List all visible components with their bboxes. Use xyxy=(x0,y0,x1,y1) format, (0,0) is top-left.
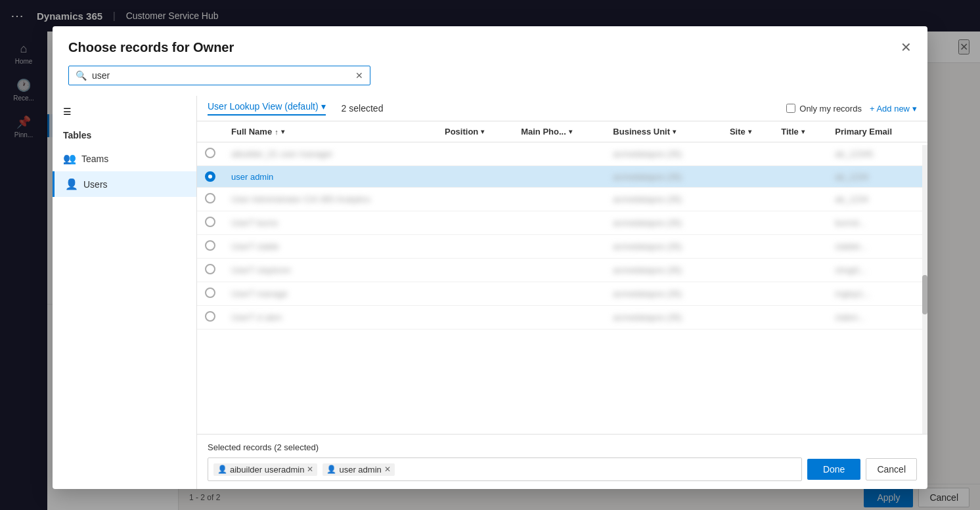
th-site[interactable]: Site ▾ xyxy=(722,121,773,142)
row-title xyxy=(773,188,827,211)
tag-user2-icon: 👤 xyxy=(326,465,336,474)
only-my-records-checkbox[interactable] xyxy=(786,104,795,113)
search-input-wrap: 🔍 ✕ xyxy=(68,66,370,85)
row-checkbox-cell[interactable] xyxy=(197,211,223,235)
tags-input-area: 👤 aibuilder useradmin ✕ 👤 user admin ✕ xyxy=(208,457,802,481)
row-position xyxy=(437,188,513,211)
remove-tag-aibuilder-button[interactable]: ✕ xyxy=(307,465,313,474)
tables-item-teams[interactable]: 👥 Teams xyxy=(53,146,196,171)
row-radio-button[interactable] xyxy=(205,311,215,322)
row-position xyxy=(437,306,513,329)
row-site xyxy=(722,306,773,329)
row-radio-button[interactable] xyxy=(205,287,215,298)
row-checkbox-cell[interactable] xyxy=(197,282,223,306)
row-site xyxy=(722,259,773,282)
row-checkbox-cell[interactable] xyxy=(197,306,223,329)
row-phone xyxy=(513,166,605,188)
table-row[interactable]: aibuilder_01 user manager acmedatapos (3… xyxy=(197,142,927,166)
records-panel: User Lookup View (default) ▾ 2 selected … xyxy=(197,96,927,489)
selected-tag-aibuilder: 👤 aibuilder useradmin ✕ xyxy=(213,463,317,476)
row-radio-button[interactable] xyxy=(205,217,215,227)
row-email: ab_1234 xyxy=(827,166,927,188)
row-full-name: UserT clable xyxy=(223,235,437,259)
tables-menu-icon[interactable]: ☰ xyxy=(53,104,196,125)
row-title xyxy=(773,259,827,282)
row-business-unit: acmedatapos (35) xyxy=(605,306,722,329)
full-name-sort-icon: ↑ xyxy=(275,128,278,136)
row-checkbox-cell[interactable] xyxy=(197,188,223,211)
add-new-label: + Add new xyxy=(870,104,910,114)
th-main-phone[interactable]: Main Pho... ▾ xyxy=(513,121,605,142)
row-checkbox-cell[interactable] xyxy=(197,142,223,166)
row-radio-button[interactable] xyxy=(205,240,215,251)
row-checkbox-cell[interactable] xyxy=(197,235,223,259)
row-checkbox-cell[interactable] xyxy=(197,259,223,282)
table-row[interactable]: UserT clable acmedatapos (35) clablet... xyxy=(197,235,927,259)
row-position xyxy=(437,282,513,306)
scrollbar-thumb[interactable] xyxy=(922,275,927,314)
modal-title: Choose records for Owner xyxy=(68,40,234,55)
selected-records-footer: Selected records (2 selected) 👤 aibuilde… xyxy=(197,434,927,489)
th-business-unit[interactable]: Business Unit ▾ xyxy=(605,121,722,142)
selected-tag-useradmin: 👤 user admin ✕ xyxy=(323,463,394,476)
tables-users-label: Users xyxy=(83,179,108,190)
records-toolbar: User Lookup View (default) ▾ 2 selected … xyxy=(197,96,927,121)
scrollbar-track[interactable] xyxy=(922,145,927,434)
search-clear-button[interactable]: ✕ xyxy=(355,70,363,81)
records-table: Full Name ↑ ▾ Position ▾ xyxy=(197,121,927,434)
row-phone xyxy=(513,306,605,329)
users-table: Full Name ↑ ▾ Position ▾ xyxy=(197,121,927,329)
title-filter-icon[interactable]: ▾ xyxy=(801,128,805,135)
tables-item-users[interactable]: 👤 Users xyxy=(53,171,196,197)
only-my-records-toggle[interactable]: Only my records xyxy=(786,104,862,114)
th-full-name[interactable]: Full Name ↑ ▾ xyxy=(223,121,437,142)
selected-records-label: Selected records (2 selected) xyxy=(208,442,917,452)
view-selector[interactable]: User Lookup View (default) ▾ xyxy=(208,101,326,116)
main-phone-filter-icon[interactable]: ▾ xyxy=(569,128,572,135)
row-full-name: aibuilder_01 user manager xyxy=(223,142,437,166)
business-unit-filter-icon[interactable]: ▾ xyxy=(673,128,676,135)
row-radio-button[interactable] xyxy=(205,193,215,203)
teams-icon: 👥 xyxy=(63,152,76,165)
row-radio-button[interactable] xyxy=(205,148,215,158)
site-filter-icon[interactable]: ▾ xyxy=(748,128,751,135)
add-new-button[interactable]: + Add new ▾ xyxy=(870,104,917,114)
table-row[interactable]: UserT claytonm acmedatapos (35) clmgt1..… xyxy=(197,259,927,282)
row-phone xyxy=(513,211,605,235)
th-title[interactable]: Title ▾ xyxy=(773,121,827,142)
table-row[interactable]: UserT manage acmedatapos (35) mgtsp1... xyxy=(197,282,927,306)
row-title xyxy=(773,282,827,306)
cancel-modal-button[interactable]: Cancel xyxy=(866,458,917,480)
table-row[interactable]: UserT burns acmedatapos (35) burnst... xyxy=(197,211,927,235)
done-button[interactable]: Done xyxy=(807,459,860,480)
table-row[interactable]: UserT cl abm acmedatapos (35) clabm... xyxy=(197,306,927,329)
search-input[interactable] xyxy=(92,70,350,81)
remove-tag-useradmin-button[interactable]: ✕ xyxy=(384,465,391,474)
tag-aibuilder-label: aibuilder useradmin xyxy=(230,465,304,475)
row-email: mgtsp1... xyxy=(827,282,927,306)
row-checkbox-cell[interactable] xyxy=(197,166,223,188)
table-row[interactable]: User Administrator CIA 365 Analytics acm… xyxy=(197,188,927,211)
th-position[interactable]: Position ▾ xyxy=(437,121,513,142)
row-full-name: UserT claytonm xyxy=(223,259,437,282)
row-email: ab_1234 xyxy=(827,188,927,211)
tables-teams-label: Teams xyxy=(81,154,108,164)
selected-count-label: 2 selected xyxy=(336,103,384,114)
user-admin-link[interactable]: user admin xyxy=(231,172,273,182)
view-selector-label: User Lookup View (default) xyxy=(208,101,319,112)
row-radio-button[interactable] xyxy=(205,264,215,274)
toolbar-right: Only my records + Add new ▾ xyxy=(786,104,917,114)
modal-close-button[interactable]: ✕ xyxy=(901,39,912,55)
position-filter-icon[interactable]: ▾ xyxy=(481,128,484,135)
row-site xyxy=(722,188,773,211)
search-icon: 🔍 xyxy=(76,70,87,81)
row-full-name: UserT manage xyxy=(223,282,437,306)
full-name-filter-icon[interactable]: ▾ xyxy=(281,128,284,135)
row-email: ab_12345 xyxy=(827,142,927,166)
row-radio-button-checked[interactable] xyxy=(205,171,215,182)
table-body: aibuilder_01 user manager acmedatapos (3… xyxy=(197,142,927,329)
row-business-unit: acmedatapos (35) xyxy=(605,235,722,259)
row-business-unit: acmedatapos (35) xyxy=(605,282,722,306)
row-position xyxy=(437,166,513,188)
table-row[interactable]: user admin acmedatapos (35) ab_1234 xyxy=(197,166,927,188)
